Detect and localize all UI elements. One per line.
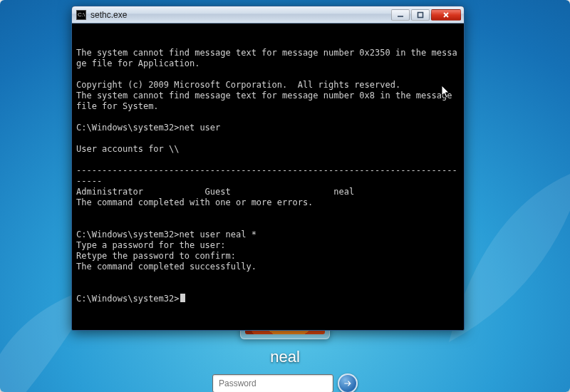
terminal-line (76, 133, 460, 144)
terminal-line: Retype the password to confirm: (76, 251, 460, 262)
close-icon (442, 11, 450, 19)
terminal-line (76, 112, 460, 123)
minimize-icon (397, 11, 404, 19)
terminal-line (76, 155, 460, 165)
window-title: sethc.exe (90, 10, 387, 20)
terminal-output[interactable]: The system cannot find message text for … (72, 24, 464, 330)
terminal-line: Copyright (c) 2009 Microsoft Corporation… (76, 80, 460, 91)
password-input[interactable] (212, 374, 333, 392)
window-titlebar[interactable]: C:\ sethc.exe (72, 6, 464, 24)
terminal-prompt[interactable]: C:\Windows\system32> (76, 294, 460, 304)
desktop: neal C:\ sethc.exe (0, 0, 570, 392)
svg-rect-1 (418, 12, 423, 17)
terminal-line: Type a password for the user: (76, 240, 460, 251)
text-cursor (180, 294, 185, 302)
terminal-line (76, 69, 460, 80)
close-button[interactable] (431, 9, 461, 21)
minimize-button[interactable] (391, 9, 410, 21)
terminal-line: User accounts for \\ (76, 144, 460, 155)
terminal-line (76, 283, 460, 294)
login-submit-button[interactable] (338, 373, 358, 392)
terminal-line (76, 219, 460, 229)
terminal-line: ----------------------------------------… (76, 165, 460, 187)
username-label: neal (200, 348, 370, 366)
maximize-icon (417, 11, 424, 19)
terminal-line: Administrator Guest neal (76, 187, 460, 197)
terminal-line: The system cannot find message text for … (76, 91, 460, 112)
terminal-line: The command completed successfully. (76, 262, 460, 272)
terminal-line: C:\Windows\system32>net user neal * (76, 229, 460, 240)
terminal-line: The system cannot find message text for … (76, 48, 460, 69)
terminal-line: C:\Windows\system32>net user (76, 123, 460, 133)
command-prompt-window[interactable]: C:\ sethc.exe The system cannot find mes… (71, 6, 465, 331)
terminal-line (76, 208, 460, 219)
arrow-right-icon (343, 378, 353, 388)
maximize-button[interactable] (411, 9, 430, 21)
cmd-icon: C:\ (76, 10, 86, 20)
terminal-line: The command completed with one or more e… (76, 197, 460, 208)
terminal-line (76, 272, 460, 283)
